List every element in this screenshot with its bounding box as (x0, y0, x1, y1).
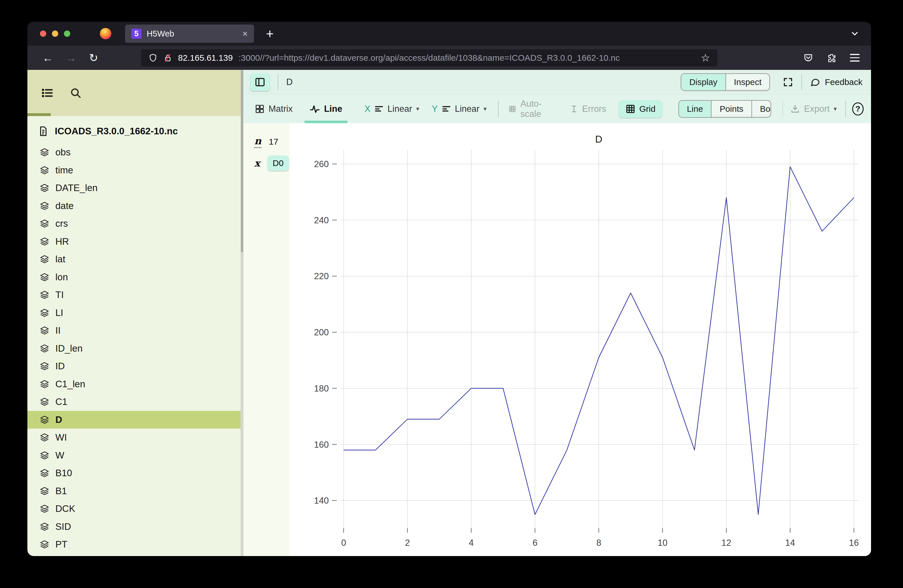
help-button[interactable]: ? (852, 102, 864, 116)
sidebar-item-LI[interactable]: LI (27, 304, 241, 322)
tab-close-icon[interactable]: × (242, 29, 248, 38)
insecure-lock-icon[interactable] (163, 53, 172, 63)
list-tabs-chevron-icon[interactable] (850, 29, 860, 39)
menu-hamburger-icon[interactable] (850, 54, 860, 61)
sidebar-item-lon[interactable]: lon (27, 268, 241, 286)
dataset-layers-icon (40, 290, 49, 299)
file-root[interactable]: ICOADS_R3.0.0_1662-10.nc (27, 116, 241, 140)
tab-line-active[interactable]: Line (305, 95, 347, 123)
line-chart[interactable]: D 0246810121416140160180200220240260 (289, 123, 871, 556)
window-controls (40, 30, 70, 37)
x-scale-value: Linear (388, 104, 412, 114)
sidebar-item-DATE_len[interactable]: DATE_len (27, 179, 241, 197)
file-name: ICOADS_R3.0.0_1662-10.nc (55, 126, 178, 136)
sidebar-item-PT[interactable]: PT (27, 536, 241, 554)
vis-content: n 17 x D0 D 0246810121416140160180200220… (244, 123, 871, 556)
curve-line-button[interactable]: Line (679, 101, 711, 117)
curve-points-button[interactable]: Points (711, 101, 751, 117)
sidebar-item-TI[interactable]: TI (27, 286, 241, 304)
x-dim-label: x (254, 157, 260, 169)
x-axis-letter: X (365, 104, 370, 114)
tab-h5web[interactable]: 5 H5Web × (125, 25, 254, 43)
sidebar-item-DCK[interactable]: DCK (27, 500, 241, 518)
url-host: 82.165.61.139 (178, 53, 233, 63)
new-tab-button[interactable]: + (266, 27, 274, 40)
close-window-button[interactable] (40, 30, 46, 37)
toggle-sidebar-button[interactable] (250, 73, 270, 91)
display-inspect-toggle: Display Inspect (681, 73, 770, 91)
navigation-toolbar: ← → ↻ 82.165.61.139 :3000//?url=https://… (27, 45, 871, 70)
reload-button[interactable]: ↻ (89, 52, 98, 63)
curve-both-button[interactable]: Both (752, 101, 771, 117)
display-mode-button[interactable]: Display (681, 74, 725, 90)
dataset-label: SID (55, 521, 71, 532)
bookmark-star-icon[interactable]: ☆ (701, 52, 710, 64)
dataset-label: C1 (55, 397, 68, 407)
fullscreen-icon[interactable] (783, 77, 793, 88)
y-tick-label: 160 (314, 440, 329, 450)
y-scale-selector[interactable]: Y Linear ▾ (432, 104, 487, 114)
dimension-mapper: n 17 x D0 (244, 123, 289, 556)
sidebar-item-B1[interactable]: B1 (27, 482, 241, 500)
back-button[interactable]: ← (42, 52, 53, 63)
divider (845, 101, 846, 117)
sidebar-item-SID[interactable]: SID (27, 518, 241, 536)
sidebar-item-II[interactable]: II (27, 321, 241, 340)
x-dim-chip[interactable]: D0 (267, 155, 288, 171)
shield-icon[interactable] (148, 53, 157, 63)
scrollbar-thumb[interactable] (241, 70, 243, 252)
minimize-window-button[interactable] (52, 30, 58, 37)
curve-type-toggle: Line Points Both (678, 100, 771, 118)
dataset-layers-icon (40, 540, 49, 549)
plot-svg[interactable]: 0246810121416140160180200220240260 (289, 123, 871, 556)
dataset-label: date (55, 201, 74, 211)
pocket-icon[interactable] (803, 53, 813, 63)
zoom-window-button[interactable] (64, 30, 70, 37)
y-tick-label: 220 (314, 271, 329, 281)
sidebar-item-ID[interactable]: ID (27, 357, 241, 375)
sidebar-header (27, 70, 241, 116)
dataset-layers-icon (40, 273, 49, 282)
dataset-list: obstimeDATE_lendatecrsHRlatlonTILIIIID_l… (27, 140, 241, 556)
dataset-label: DATE_len (55, 182, 98, 193)
sidebar-item-date[interactable]: date (27, 197, 241, 215)
sidebar-item-lat[interactable]: lat (27, 250, 241, 268)
x-tick-label: 8 (596, 538, 601, 548)
inspect-mode-button[interactable]: Inspect (725, 74, 770, 90)
dataset-layers-icon (40, 469, 49, 478)
y-tick-label: 200 (314, 328, 329, 337)
sidebar-item-C1[interactable]: C1 (27, 393, 241, 411)
sidebar-item-crs[interactable]: crs (27, 215, 241, 233)
dataset-label: B10 (55, 468, 72, 478)
grid-toggle-button[interactable]: Grid (619, 100, 662, 118)
extensions-puzzle-icon[interactable] (826, 53, 837, 63)
x-tick-label: 2 (405, 538, 410, 548)
tab-title: H5Web (147, 29, 174, 39)
chevron-down-icon: ▾ (416, 105, 419, 113)
url-path: :3000//?url=https://dev1.dataverse.org/a… (239, 53, 695, 63)
sidebar-item-B10[interactable]: B10 (27, 464, 241, 482)
sidebar-item-time[interactable]: time (27, 162, 241, 179)
search-tab-icon[interactable] (70, 87, 82, 99)
dataset-layers-icon (40, 237, 49, 246)
sidebar-item-W[interactable]: W (27, 447, 241, 464)
explorer-tab-icon[interactable] (41, 87, 53, 99)
sidebar-scrollbar[interactable] (241, 70, 244, 556)
url-bar[interactable]: 82.165.61.139 :3000//?url=https://dev1.d… (141, 49, 717, 66)
x-tick-label: 6 (533, 538, 537, 548)
sidebar-item-WI[interactable]: WI (27, 429, 241, 447)
sidebar-item-obs[interactable]: obs (27, 143, 241, 162)
feedback-button[interactable]: Feedback (810, 77, 862, 87)
vis-toolbar: Matrix Line X Linear ▾ (244, 95, 871, 123)
errors-label: Errors (582, 104, 606, 114)
y-scale-value: Linear (455, 104, 480, 114)
sidebar-item-ID_len[interactable]: ID_len (27, 340, 241, 358)
tab-matrix[interactable]: Matrix (255, 104, 293, 114)
divider (498, 101, 499, 117)
sidebar-item-D[interactable]: D (27, 411, 241, 429)
sidebar-item-HR[interactable]: HR (27, 233, 241, 251)
x-tick-label: 0 (341, 538, 346, 548)
dataset-layers-icon (40, 486, 49, 495)
sidebar-item-C1_len[interactable]: C1_len (27, 375, 241, 393)
x-scale-selector[interactable]: X Linear ▾ (365, 104, 419, 114)
